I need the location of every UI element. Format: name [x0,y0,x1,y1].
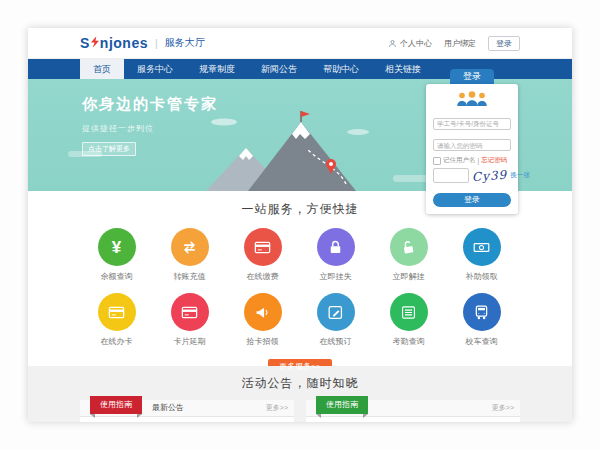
captcha-image[interactable]: Cy39 [472,168,508,182]
service-item-report-loss[interactable]: 立即挂失 [299,228,372,282]
hero-cta-button[interactable]: 点击了解更多 [82,142,136,156]
hero-headline: 你身边的卡管专家 [82,95,218,114]
list-icon [399,303,418,322]
brand-suffix: njones [100,35,148,51]
nav-item-news[interactable]: 新闻公告 [248,59,310,79]
captcha-refresh-link[interactable]: 换一张 [510,171,530,180]
megaphone-icon-circle [244,293,282,331]
login-panel: 登录 记住用户名 | [426,69,518,214]
bus-icon-circle [463,293,501,331]
panel-content-left [80,417,294,422]
nav-item-rules[interactable]: 规章制度 [186,59,248,79]
unlock-icon [399,238,418,257]
announcements-title: 活动公告，随时知晓 [28,375,572,392]
top-user-menu: 个人中心 用户绑定 登录 [388,36,520,51]
page: S njones | 服务大厅 个人中心 用户绑定 登录 [28,28,572,422]
megaphone-icon [253,303,272,322]
service-label: 在线缴费 [247,271,279,282]
service-item-subsidy[interactable]: 补助领取 [445,228,518,282]
username-input[interactable] [433,118,511,130]
flag-icon [301,111,310,117]
tab-latest-news[interactable]: 最新公告 [152,400,184,416]
credit-card-icon [107,303,126,322]
edit-icon [326,303,345,322]
bus-icon [472,303,491,322]
service-label: 考勤查询 [393,336,425,347]
announce-panel-right: 使用指南 更多>> [306,400,520,422]
apply-card-icon-circle [98,293,136,331]
header-login-button[interactable]: 登录 [488,36,520,51]
yen-icon: ¥ [112,239,121,256]
hero-text-block: 你身边的卡管专家 提供捷径一步到位 点击了解更多 [82,95,218,156]
service-label: 卡片延期 [174,336,206,347]
password-input[interactable] [433,139,511,151]
lock-icon-circle [317,228,355,266]
service-label: 转账充值 [174,271,206,282]
pay-icon-circle [244,228,282,266]
login-submit-button[interactable]: 登录 [433,193,511,207]
more-link-left[interactable]: 更多>> [266,400,288,416]
forgot-password-link[interactable]: 忘记密码 [481,156,507,165]
panel-content-right [306,417,520,422]
service-item-apply-card[interactable]: 在线办卡 [80,293,153,347]
service-item-card-extend[interactable]: 卡片延期 [153,293,226,347]
service-item-transfer[interactable]: 转账充值 [153,228,226,282]
service-label: 立即解挂 [393,271,425,282]
login-tab[interactable]: 登录 [450,69,494,84]
brand-logo[interactable]: S njones | 服务大厅 [80,34,205,52]
hero-banner: 你身边的卡管专家 提供捷径一步到位 点击了解更多 登录 [28,79,572,191]
service-item-unfreeze[interactable]: 立即解挂 [372,228,445,282]
services-section: 一站服务，方便快捷 ¥ 余额查询 转账充值 在线缴费 [28,191,572,366]
lightning-icon [91,34,99,52]
user-bind-link[interactable]: 用户绑定 [444,38,476,49]
remember-label: 记住用户名 [443,156,476,165]
list-icon-circle [390,293,428,331]
users-group-icon [433,90,511,107]
edit-icon-circle [317,293,355,331]
service-label: 立即挂失 [320,271,352,282]
nav-item-home[interactable]: 首页 [80,59,124,79]
transfer-arrows-icon [180,238,199,257]
brand-divider: | [155,37,158,49]
banknote-icon-circle [463,228,501,266]
remember-checkbox[interactable] [433,157,441,165]
announce-panel-left: 使用指南 最新公告 更多>> [80,400,294,422]
brand-prefix: S [80,35,90,51]
balance-icon-circle: ¥ [98,228,136,266]
service-item-pay[interactable]: 在线缴费 [226,228,299,282]
separator: | [478,157,480,164]
personal-center-link[interactable]: 个人中心 [388,38,432,49]
personal-center-label: 个人中心 [400,38,432,49]
nav-item-links[interactable]: 相关链接 [372,59,434,79]
captcha-input[interactable] [433,168,469,183]
card-extend-icon-circle [171,293,209,331]
lock-icon [326,238,345,257]
brand-product: 服务大厅 [165,36,205,50]
service-item-school-bus[interactable]: 校车查询 [445,293,518,347]
service-item-found-card[interactable]: 拾卡招领 [226,293,299,347]
service-label: 拾卡招领 [247,336,279,347]
service-label: 余额查询 [101,271,133,282]
nav-item-service-center[interactable]: 服务中心 [124,59,186,79]
announcements-section: 活动公告，随时知晓 使用指南 最新公告 更多>> 使用指南 更多>> [28,366,572,422]
person-icon [388,39,397,48]
service-label: 在线预订 [320,336,352,347]
service-item-balance[interactable]: ¥ 余额查询 [80,228,153,282]
tab-usage-guide-right[interactable]: 使用指南 [316,396,368,414]
mountain-illustration [198,106,378,191]
tab-usage-guide[interactable]: 使用指南 [90,396,142,414]
more-link-right[interactable]: 更多>> [492,400,514,416]
transfer-icon-circle [171,228,209,266]
nav-item-help-center[interactable]: 帮助中心 [310,59,372,79]
credit-card-icon [180,303,199,322]
service-label: 在线办卡 [101,336,133,347]
service-item-attendance[interactable]: 考勤查询 [372,293,445,347]
hero-subline: 提供捷径一步到位 [82,123,218,134]
credit-card-icon [253,238,272,257]
unlock-icon-circle [390,228,428,266]
service-label: 校车查询 [466,336,498,347]
banknote-icon [472,238,491,257]
user-bind-label: 用户绑定 [444,38,476,49]
top-header: S njones | 服务大厅 个人中心 用户绑定 登录 [28,28,572,59]
service-item-booking[interactable]: 在线预订 [299,293,372,347]
